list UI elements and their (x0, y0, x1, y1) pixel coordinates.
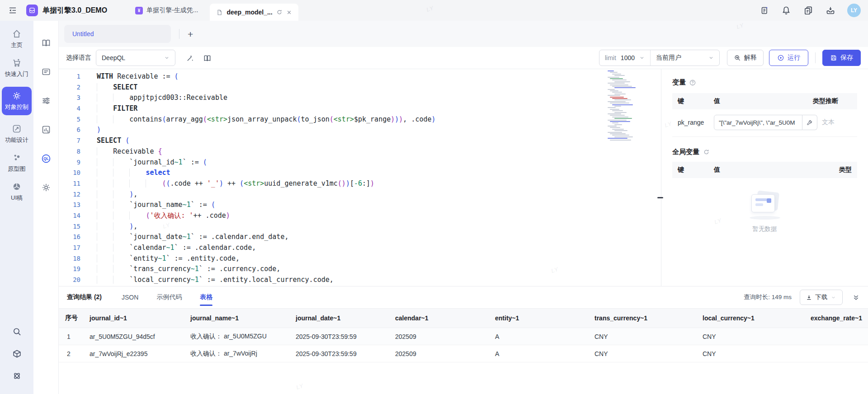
sidebar-item-home[interactable]: 主页 (2, 29, 32, 49)
table-cell: 1 (59, 333, 82, 340)
add-tab-button[interactable]: + (188, 29, 193, 39)
proto-icon (12, 153, 22, 163)
inbox-download-icon[interactable] (826, 5, 835, 15)
atom-icon[interactable] (12, 371, 22, 380)
table-cell: CNY (587, 350, 695, 357)
results-table: 序号journal_id~1journal_name~1journal_date… (59, 309, 868, 362)
package-icon[interactable] (12, 349, 22, 358)
line-number: 4 (59, 103, 80, 114)
app-title: 单据引擎3.0_DEMO (42, 6, 107, 15)
results-table-body: 1ar_5U0M5ZGU_94d5cf收入确认： ar_5U0M5ZGU2025… (59, 328, 868, 362)
close-icon[interactable] (286, 9, 292, 15)
code-line: 13 `journal_name~1` := ( (59, 200, 661, 211)
copy-docs-icon[interactable] (803, 5, 813, 15)
sidebar-item-cart[interactable]: 快速入门 (2, 58, 32, 78)
ai-notes-icon[interactable] (760, 6, 769, 15)
rail-card-icon[interactable] (41, 67, 51, 77)
table-row[interactable]: 1ar_5U0M5ZGU_94d5cf收入确认： ar_5U0M5ZGU2025… (59, 328, 868, 345)
wrench-icon[interactable] (802, 115, 817, 130)
panel-resize-handle[interactable] (657, 197, 663, 198)
refresh-icon[interactable] (276, 9, 283, 15)
rail-book-icon[interactable] (41, 38, 51, 48)
column-header: entity~1 (488, 314, 587, 322)
variable-type[interactable]: 文本 (817, 118, 857, 127)
help-icon[interactable] (689, 79, 696, 86)
empty-illustration-icon (743, 191, 787, 220)
collapse-results-icon[interactable] (852, 293, 860, 301)
sidebar-item-proto[interactable]: 原型图 (2, 153, 32, 173)
rail-gear2-icon[interactable] (41, 183, 51, 192)
cart-icon (12, 58, 22, 68)
limit-value: 1000 (621, 54, 635, 61)
run-button[interactable]: 运行 (769, 50, 808, 66)
download-button[interactable]: 下载 (800, 290, 843, 305)
tab-untitled[interactable]: Untitled (64, 25, 171, 43)
results-tab-查询结果 (2)[interactable]: 查询结果 (2) (67, 286, 102, 308)
line-number: 2 (59, 82, 80, 93)
variable-value-input[interactable]: "[\"ar_7wVoijRj\", \"ar_5U0M (714, 115, 802, 130)
scope-select[interactable]: 当前用户 (651, 50, 719, 66)
table-cell: CNY (695, 350, 803, 357)
sidebar-item-func[interactable]: 功能设计 (2, 124, 32, 144)
save-button[interactable]: 保存 (822, 50, 861, 66)
line-number: 1 (59, 71, 80, 82)
results-tab-示例代码[interactable]: 示例代码 (156, 286, 182, 308)
gear-icon (12, 91, 22, 101)
rail-sliders-icon[interactable] (41, 96, 51, 106)
results-table-header: 序号journal_id~1journal_name~1journal_date… (59, 309, 868, 328)
empty-state: 暂无数据 (672, 191, 857, 233)
column-header: 序号 (59, 314, 82, 322)
line-number: 5 (59, 114, 80, 125)
global-variables-header: 键 值 类型 (672, 162, 857, 178)
results-tab-表格[interactable]: 表格 (200, 286, 212, 308)
table-cell: A (488, 350, 587, 357)
results-tab-JSON[interactable]: JSON (122, 286, 138, 308)
column-header: exchange_rate~1 (803, 314, 868, 322)
sidebar-item-gear[interactable]: 对象控制 (2, 87, 32, 115)
language-select[interactable]: DeepQL (96, 50, 175, 66)
query-options: limit 1000 当前用户 (599, 50, 720, 66)
column-header: journal_date~1 (288, 314, 388, 322)
app-logo-icon[interactable] (26, 5, 38, 16)
rail-ql-icon[interactable]: QL (41, 154, 51, 164)
code-text: `journal_name~1` := ( (97, 200, 215, 211)
editor-minimap[interactable] (608, 70, 634, 143)
tab-doc-engine[interactable]: ¥ 单据引擎-生成凭... (135, 6, 198, 14)
global-variables-title: 全局变量 (672, 148, 699, 156)
code-line: 3 appjtpjcd003::Receivable (59, 93, 661, 103)
table-cell: 202509 (388, 350, 488, 357)
var-col-value: 值 (714, 97, 813, 105)
reference-book-icon[interactable] (203, 53, 212, 62)
tab-deep-model[interactable]: deep_model_... (210, 4, 298, 21)
search-icon[interactable] (12, 327, 22, 336)
table-row[interactable]: 2ar_7wVoijRj_e22395收入确认： ar_7wVoijRj2025… (59, 345, 868, 362)
ai-wand-icon[interactable] (185, 53, 194, 62)
sidebar-collapse-icon[interactable] (8, 6, 17, 15)
code-line: 5 contains(array_agg(<str>json_array_unp… (59, 114, 661, 125)
refresh-icon[interactable] (703, 149, 710, 156)
tab-deep-model-label: deep_model_... (226, 9, 272, 16)
user-avatar[interactable]: LY (847, 4, 861, 17)
line-number: 16 (59, 232, 80, 243)
rail-chart-icon[interactable] (41, 125, 51, 135)
table-cell: 2025-09-30T23:59:59 (288, 350, 388, 357)
gvar-col-type: 类型 (825, 166, 852, 174)
code-line: 2 SELECT (59, 82, 661, 93)
code-text: `journal_id~1` := ( (97, 157, 207, 168)
column-header: journal_id~1 (82, 314, 183, 322)
sidebar-nav: 主页快速入门对象控制功能设计原型图UI稿 (2, 29, 32, 211)
line-number: 12 (59, 189, 80, 200)
code-text: SELECT (97, 82, 137, 93)
explain-button[interactable]: 解释 (727, 50, 764, 66)
bell-icon[interactable] (781, 5, 791, 15)
line-number: 11 (59, 178, 80, 189)
limit-select[interactable]: limit 1000 (599, 50, 650, 66)
line-number: 8 (59, 146, 80, 157)
sidebar-item-ui[interactable]: UI稿 (2, 182, 32, 202)
code-text: ('收入确认: '++ .code) (97, 211, 230, 221)
line-number: 7 (59, 136, 80, 146)
line-number: 13 (59, 200, 80, 211)
save-label: 保存 (840, 54, 853, 62)
line-number: 19 (59, 264, 80, 275)
code-editor[interactable]: 1WITH Receivable := (2 SELECT3 appjtpjcd… (59, 69, 661, 286)
